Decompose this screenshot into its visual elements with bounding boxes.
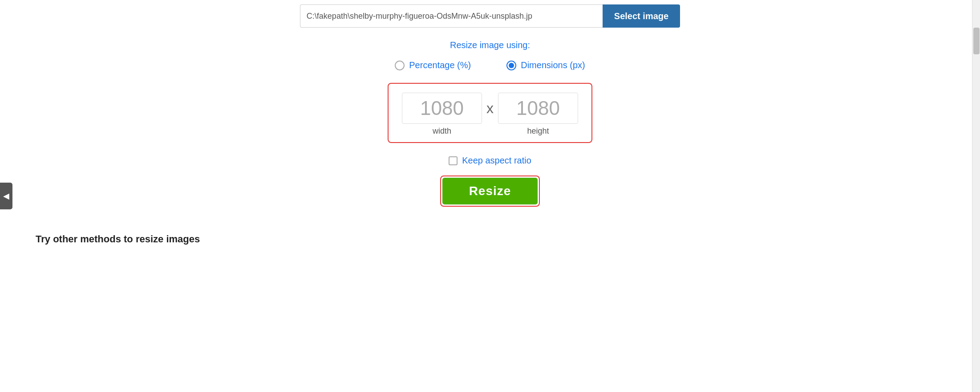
aspect-ratio-row: Keep aspect ratio	[449, 155, 531, 166]
radio-option-percentage[interactable]: Percentage (%)	[395, 60, 471, 70]
dimensions-box: width x height	[388, 83, 592, 143]
chevron-left-icon: ◀	[3, 191, 9, 201]
height-field: height	[498, 93, 578, 136]
file-input-row: Select image	[290, 4, 690, 28]
dimensions-inputs-row: width x height	[402, 93, 578, 136]
width-field: width	[402, 93, 482, 136]
width-input[interactable]	[402, 93, 482, 124]
radio-label-percentage: Percentage (%)	[409, 60, 471, 70]
radio-option-dimensions[interactable]: Dimensions (px)	[506, 60, 585, 70]
left-panel-toggle[interactable]: ◀	[0, 183, 12, 209]
try-other-section: Try other methods to resize images	[36, 233, 436, 245]
try-other-title: Try other methods to resize images	[36, 233, 200, 245]
radio-group: Percentage (%) Dimensions (px)	[395, 60, 585, 70]
radio-circle-percentage	[395, 61, 405, 70]
width-label: width	[433, 127, 451, 136]
scrollbar[interactable]	[972, 0, 980, 392]
radio-label-dimensions: Dimensions (px)	[521, 60, 585, 70]
height-label: height	[527, 127, 549, 136]
aspect-ratio-checkbox[interactable]	[449, 156, 458, 165]
resize-using-label: Resize image using:	[450, 40, 530, 50]
resize-button[interactable]: Resize	[442, 178, 538, 204]
aspect-ratio-label[interactable]: Keep aspect ratio	[462, 155, 531, 166]
resize-button-wrapper: Resize	[440, 176, 540, 207]
select-image-button[interactable]: Select image	[603, 4, 680, 28]
scrollbar-thumb[interactable]	[973, 28, 980, 54]
dimension-separator: x	[486, 100, 494, 117]
file-path-input[interactable]	[300, 4, 603, 28]
radio-circle-dimensions	[506, 61, 516, 70]
height-input[interactable]	[498, 93, 578, 124]
main-container: Select image Resize image using: Percent…	[0, 0, 980, 392]
